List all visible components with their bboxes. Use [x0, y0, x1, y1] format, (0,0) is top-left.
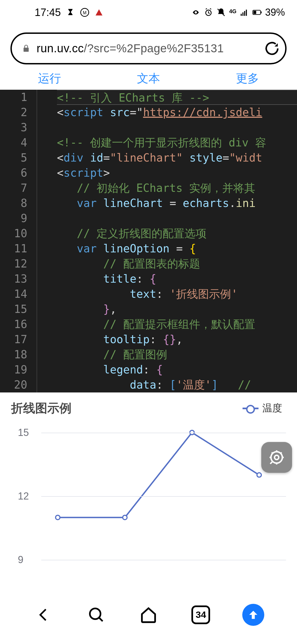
circle-m-icon: M [80, 8, 89, 17]
gridline [41, 433, 286, 433]
page-tabs: 运行 文本 更多 [0, 67, 297, 90]
lock-icon [22, 43, 31, 53]
url-row: run.uv.cc/?src=%2Fpage%2F35131 [0, 25, 297, 67]
svg-rect-9 [261, 12, 262, 13]
home-icon [140, 606, 157, 624]
line-number: 17 [0, 332, 27, 347]
settings-fab[interactable] [261, 442, 292, 473]
code-line[interactable]: // 配置图表的标题 [57, 256, 297, 271]
hourglass-icon [66, 8, 75, 17]
signal-icon [240, 8, 249, 17]
svg-rect-8 [253, 11, 256, 14]
code-body[interactable]: <!-- 引入 ECharts 库 --><script src="https:… [37, 90, 297, 392]
network-type: 4G [229, 9, 237, 13]
line-number: 16 [0, 317, 27, 332]
svg-rect-3 [241, 14, 242, 16]
code-gutter: 1234567891011121314151617181920 [0, 90, 37, 392]
eye-icon [191, 8, 200, 17]
chart-title: 折线图示例 [11, 400, 72, 416]
code-line[interactable]: var lineOption = { [57, 241, 297, 256]
svg-rect-5 [244, 11, 245, 16]
svg-rect-6 [246, 10, 247, 16]
code-line[interactable]: // 配置图例 [57, 347, 297, 362]
code-line[interactable]: <!-- 引入 ECharts 库 --> [57, 90, 297, 105]
code-line[interactable]: <!-- 创建一个用于显示折线图的 div 容 [57, 135, 297, 150]
svg-text:M: M [83, 10, 86, 15]
line-number: 1 [0, 90, 27, 105]
chart-legend[interactable]: 温度 [243, 402, 282, 415]
clock: 17:45 [35, 7, 61, 18]
code-line[interactable]: <script src="https://cdn.jsdeli [57, 105, 297, 120]
svg-rect-4 [242, 12, 243, 16]
nav-tabs[interactable]: 34 [175, 605, 227, 624]
status-bar: 17:45 M 4G 39% [0, 0, 297, 25]
line-number: 18 [0, 347, 27, 362]
line-number: 7 [0, 181, 27, 196]
url-bar[interactable]: run.uv.cc/?src=%2Fpage%2F35131 [10, 32, 287, 64]
line-number: 3 [0, 120, 27, 135]
gridline [41, 496, 286, 497]
tab-more[interactable]: 更多 [198, 67, 297, 90]
code-line[interactable]: // 定义折线图的配置选项 [57, 226, 297, 241]
code-line[interactable]: var lineChart = echarts.ini [57, 196, 297, 211]
code-line[interactable]: tooltip: {}, [57, 332, 297, 347]
line-number: 11 [0, 241, 27, 256]
reload-icon[interactable] [264, 41, 280, 56]
line-number: 10 [0, 226, 27, 241]
tab-text[interactable]: 文本 [99, 67, 198, 90]
code-editor[interactable]: 1234567891011121314151617181920 <!-- 引入 … [0, 90, 297, 392]
code-line[interactable]: <script> [57, 165, 297, 181]
code-line[interactable] [57, 120, 297, 135]
code-line[interactable]: text: '折线图示例' [57, 286, 297, 302]
line-number: 20 [0, 377, 27, 392]
nav-home[interactable] [122, 606, 175, 624]
line-number: 12 [0, 256, 27, 271]
back-arrow-icon [35, 607, 52, 623]
chart-plot: 91215 [41, 422, 286, 571]
code-line[interactable]: <div id="lineChart" style="widt [57, 150, 297, 165]
svg-point-11 [274, 455, 279, 460]
code-line[interactable]: // 配置提示框组件，默认配置 [57, 317, 297, 332]
browser-bottom-nav: 34 [0, 595, 297, 644]
code-line[interactable]: // 初始化 ECharts 实例，并将其 [57, 181, 297, 196]
line-number: 15 [0, 302, 27, 317]
line-series [58, 433, 259, 518]
nav-search[interactable] [70, 606, 122, 623]
line-number: 13 [0, 271, 27, 286]
bell-off-icon [216, 8, 226, 17]
line-number: 9 [0, 211, 27, 226]
legend-swatch-icon [243, 408, 258, 409]
y-tick-label: 9 [18, 554, 23, 566]
nav-back[interactable] [18, 607, 70, 623]
line-number: 8 [0, 196, 27, 211]
code-line[interactable]: legend: { [57, 362, 297, 377]
data-point[interactable] [257, 473, 261, 477]
data-point[interactable] [56, 515, 60, 520]
data-point[interactable] [123, 515, 127, 520]
tab-count-badge: 34 [191, 605, 210, 624]
y-tick-label: 15 [18, 427, 29, 438]
battery-text: 39% [265, 7, 285, 18]
tab-run[interactable]: 运行 [0, 67, 99, 90]
legend-label: 温度 [262, 402, 282, 415]
nav-up[interactable] [227, 604, 279, 626]
svg-point-12 [90, 608, 100, 619]
line-number: 2 [0, 105, 27, 120]
triangle-icon [94, 8, 104, 17]
battery-icon [252, 8, 262, 17]
gridline [41, 560, 286, 560]
code-line[interactable]: }, [57, 302, 297, 317]
code-line[interactable]: data: ['温度'] // [57, 377, 297, 392]
code-line[interactable]: title: { [57, 271, 297, 286]
line-number: 19 [0, 362, 27, 377]
search-icon [88, 606, 105, 623]
gear-wrench-icon [268, 449, 285, 466]
url-text: run.uv.cc/?src=%2Fpage%2F35131 [37, 42, 258, 55]
line-number: 6 [0, 165, 27, 181]
alarm-icon [204, 8, 213, 17]
line-chart-svg [41, 422, 124, 463]
y-tick-label: 12 [18, 490, 29, 502]
line-number: 5 [0, 150, 27, 165]
code-line[interactable] [57, 211, 297, 226]
line-number: 4 [0, 135, 27, 150]
